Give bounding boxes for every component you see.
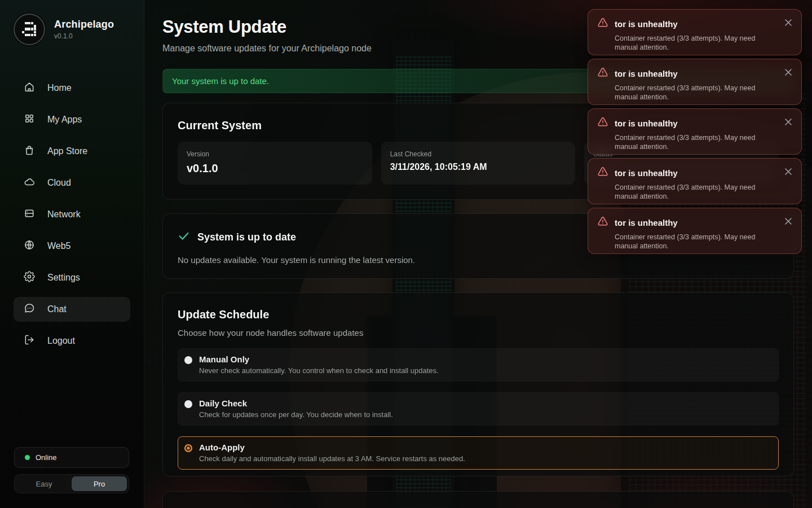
mode-toggle: Easy Pro <box>14 474 129 493</box>
close-icon[interactable] <box>783 17 794 28</box>
option-auto-apply[interactable]: Auto-Apply Check daily and automatically… <box>178 436 779 470</box>
toast-title: tor is unhealthy <box>615 19 678 29</box>
online-dot-icon <box>25 455 30 460</box>
toast-stack: tor is unhealthy Container restarted (3/… <box>588 9 802 254</box>
logout-icon <box>24 334 35 348</box>
last-checked-label: Last Checked <box>390 150 567 158</box>
option-label: Auto-Apply <box>199 443 465 452</box>
check-icon <box>178 230 190 244</box>
sidebar-item-label: App Store <box>47 146 87 156</box>
toast-notification: tor is unhealthy Container restarted (3/… <box>588 59 802 105</box>
status-badge: Online <box>14 447 129 468</box>
sidebar-nav: Home My Apps App Store Cloud Network Web… <box>14 76 130 360</box>
schedule-title: Update Schedule <box>178 308 779 321</box>
toast-notification: tor is unhealthy Container restarted (3/… <box>588 158 802 204</box>
chat-bubble-icon <box>24 303 35 316</box>
sidebar-item-label: Chat <box>47 304 67 314</box>
app-version: v0.1.0 <box>54 32 114 40</box>
sidebar-item-logout[interactable]: Logout <box>14 329 130 353</box>
option-label: Daily Check <box>199 398 393 408</box>
toast-message: Container restarted (3/3 attempts). May … <box>615 233 792 251</box>
sidebar-item-settings[interactable]: Settings <box>14 265 130 290</box>
sidebar-item-label: Network <box>47 209 81 220</box>
close-icon[interactable] <box>783 216 794 227</box>
sidebar-footer: Online Easy Pro <box>14 447 129 493</box>
up-to-date-description: No updates available. Your system is run… <box>178 255 779 265</box>
close-icon[interactable] <box>783 116 794 128</box>
sidebar-item-home[interactable]: Home <box>14 76 130 100</box>
sidebar-item-label: Settings <box>47 273 80 283</box>
version-tile: Version v0.1.0 <box>178 142 372 185</box>
version-label: Version <box>187 150 363 158</box>
sidebar-item-web5[interactable]: Web5 <box>14 234 130 259</box>
mode-easy-button[interactable]: Easy <box>16 476 72 491</box>
globe-icon <box>24 239 35 253</box>
sidebar-item-chat[interactable]: Chat <box>14 297 130 322</box>
toast-message: Container restarted (3/3 attempts). May … <box>615 34 792 52</box>
sidebar-item-label: Logout <box>47 336 75 346</box>
cloud-icon <box>24 176 35 190</box>
close-icon[interactable] <box>783 166 794 177</box>
server-icon <box>24 208 35 221</box>
option-manual-only[interactable]: Manual Only Never check automatically. Y… <box>178 348 779 382</box>
warning-triangle-icon <box>597 17 608 30</box>
mode-pro-button[interactable]: Pro <box>72 476 127 491</box>
toast-message: Container restarted (3/3 attempts). May … <box>615 133 792 152</box>
sidebar-item-label: Web5 <box>47 241 71 251</box>
toast-notification: tor is unhealthy Container restarted (3/… <box>588 9 802 55</box>
toast-title: tor is unhealthy <box>615 69 678 78</box>
warning-triangle-icon <box>597 67 608 80</box>
toast-title: tor is unhealthy <box>615 119 678 128</box>
app-name: Archipelago <box>54 19 114 30</box>
brand: Archipelago v0.1.0 <box>0 0 144 45</box>
archipelago-logo-icon <box>14 14 45 45</box>
sidebar-item-label: Cloud <box>47 178 71 188</box>
online-label: Online <box>36 453 57 462</box>
sidebar-item-label: Home <box>47 83 72 93</box>
warning-triangle-icon <box>597 166 608 179</box>
toast-notification: tor is unhealthy Container restarted (3/… <box>588 108 802 155</box>
apps-grid-icon <box>24 113 35 126</box>
toast-message: Container restarted (3/3 attempts). May … <box>615 84 792 102</box>
sidebar-item-network[interactable]: Network <box>14 202 130 227</box>
option-label: Manual Only <box>199 354 439 364</box>
toast-title: tor is unhealthy <box>615 218 678 227</box>
sidebar-item-cloud[interactable]: Cloud <box>14 170 130 195</box>
next-card-partial <box>162 491 794 508</box>
main-content: System Update Manage software updates fo… <box>144 0 812 508</box>
update-schedule-card: Update Schedule Choose how your node han… <box>162 292 794 476</box>
last-checked-value: 3/11/2026, 10:05:19 AM <box>390 162 567 172</box>
radio-selected-icon[interactable] <box>184 444 192 452</box>
sidebar-item-label: My Apps <box>47 115 82 125</box>
shopping-bag-icon <box>24 144 35 158</box>
warning-triangle-icon <box>597 116 608 130</box>
toast-message: Container restarted (3/3 attempts). May … <box>615 183 792 202</box>
close-icon[interactable] <box>783 67 794 78</box>
success-banner-text: Your system is up to date. <box>172 76 269 86</box>
option-daily-check[interactable]: Daily Check Check for updates once per d… <box>178 392 779 426</box>
option-description: Never check automatically. You control w… <box>199 366 439 375</box>
warning-triangle-icon <box>597 216 608 229</box>
sidebar-item-app-store[interactable]: App Store <box>14 139 130 164</box>
sidebar: Archipelago v0.1.0 Home My Apps App Stor… <box>0 0 144 508</box>
home-icon <box>24 81 35 95</box>
toast-notification: tor is unhealthy Container restarted (3/… <box>588 208 802 254</box>
sidebar-item-my-apps[interactable]: My Apps <box>14 107 130 132</box>
version-value: v0.1.0 <box>187 162 363 175</box>
option-description: Check for updates once per day. You deci… <box>199 410 393 419</box>
radio-unselected-icon[interactable] <box>184 356 192 364</box>
option-description: Check daily and automatically install up… <box>199 454 465 463</box>
radio-unselected-icon[interactable] <box>184 400 192 408</box>
toast-title: tor is unhealthy <box>615 168 678 178</box>
schedule-subtitle: Choose how your node handles software up… <box>178 328 779 338</box>
last-checked-tile: Last Checked 3/11/2026, 10:05:19 AM <box>381 142 576 185</box>
up-to-date-title: System is up to date <box>197 231 296 243</box>
gear-icon <box>24 271 35 284</box>
